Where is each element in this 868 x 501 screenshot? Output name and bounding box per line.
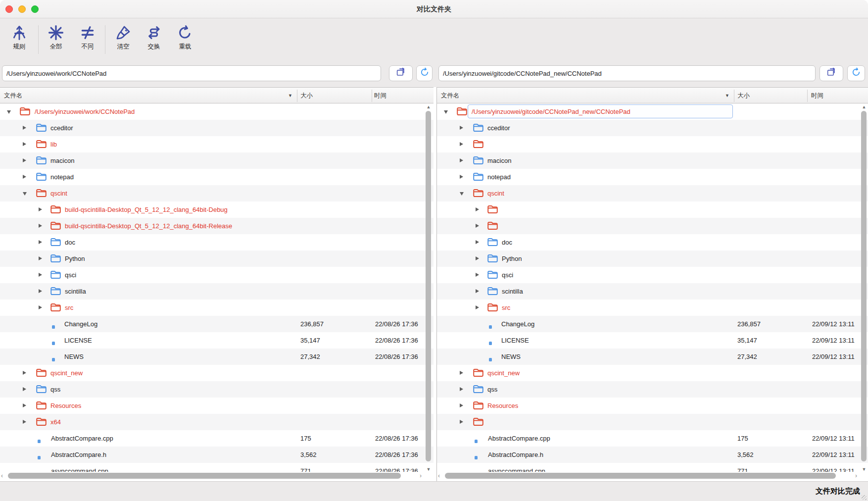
right-vertical-scrollbar[interactable]: ▲ ▼	[861, 104, 868, 472]
collapse-arrow-icon[interactable]	[7, 110, 11, 114]
tree-row[interactable]: Resources	[437, 398, 868, 414]
tree-row[interactable]	[437, 136, 868, 152]
tree-row[interactable]: qscint_new	[0, 365, 434, 381]
tree-row[interactable]: /Users/yinzuowei/gitcode/CCNotePad_new/C…	[437, 103, 868, 120]
expand-arrow-icon[interactable]	[460, 403, 463, 407]
scrollbar-thumb[interactable]	[861, 111, 867, 461]
expand-arrow-icon[interactable]	[476, 207, 479, 211]
tree-row[interactable]: LICENSE35,14722/09/12 13:11	[437, 332, 868, 349]
tree-row[interactable]: qscint	[437, 185, 868, 201]
tree-row[interactable]: qsci	[0, 267, 434, 283]
toolbar-reload-button[interactable]: 重载	[170, 23, 200, 59]
tree-row[interactable]: cceditor	[437, 120, 868, 136]
tree-row[interactable]: qsci	[437, 267, 868, 283]
expand-arrow-icon[interactable]	[476, 305, 479, 309]
tree-row[interactable]: build-qscintilla-Desktop_Qt_5_12_12_clan…	[0, 218, 434, 234]
expand-arrow-icon[interactable]	[460, 387, 463, 391]
expand-arrow-icon[interactable]	[39, 305, 42, 309]
toolbar-rules-button[interactable]: 规则	[4, 23, 35, 59]
tree-row[interactable]: notepad	[0, 169, 434, 185]
expand-arrow-icon[interactable]	[23, 403, 26, 407]
tree-row[interactable]: ChangeLog236,85722/08/26 17:36	[0, 316, 434, 332]
tree-row[interactable]: Python	[0, 250, 434, 267]
scroll-down-icon[interactable]: ▼	[426, 467, 432, 472]
scroll-left-icon[interactable]: ‹	[1, 472, 3, 480]
left-open-folder-button[interactable]	[389, 65, 413, 81]
expand-arrow-icon[interactable]	[39, 240, 42, 244]
expand-arrow-icon[interactable]	[39, 256, 42, 260]
tree-row[interactable]: doc	[437, 234, 868, 250]
column-header-name[interactable]: 文件名	[441, 88, 460, 103]
tree-row[interactable]: Python	[437, 250, 868, 267]
expand-arrow-icon[interactable]	[460, 126, 463, 130]
expand-arrow-icon[interactable]	[476, 273, 479, 277]
scroll-up-icon[interactable]: ▲	[426, 104, 432, 109]
left-path-input[interactable]	[2, 65, 381, 81]
tree-row[interactable]: scintilla	[437, 283, 868, 300]
scrollbar-thumb[interactable]	[8, 473, 401, 479]
resize-grip[interactable]	[862, 495, 867, 500]
right-refresh-button[interactable]	[847, 65, 865, 81]
expand-arrow-icon[interactable]	[460, 142, 463, 146]
column-divider[interactable]	[734, 90, 734, 102]
right-horizontal-scrollbar[interactable]: ‹ ›	[437, 472, 868, 480]
scroll-right-icon[interactable]: ›	[855, 472, 857, 480]
column-header-time[interactable]: 时间	[811, 88, 823, 103]
expand-arrow-icon[interactable]	[23, 387, 26, 391]
expand-arrow-icon[interactable]	[39, 273, 42, 277]
scroll-right-icon[interactable]: ›	[420, 472, 422, 480]
tree-row[interactable]: AbstractCompare.h3,56222/09/12 13:11	[437, 447, 868, 463]
tree-row[interactable]	[437, 414, 868, 430]
tree-row[interactable]: qscint_new	[437, 365, 868, 381]
expand-arrow-icon[interactable]	[460, 371, 463, 375]
expand-arrow-icon[interactable]	[476, 240, 479, 244]
tree-row[interactable]: src	[437, 300, 868, 316]
tree-row[interactable]: cceditor	[0, 120, 434, 136]
expand-arrow-icon[interactable]	[23, 420, 26, 424]
right-open-folder-button[interactable]	[820, 65, 843, 81]
toolbar-all-button[interactable]: 全部	[41, 23, 71, 59]
column-divider[interactable]	[372, 90, 372, 102]
tree-row[interactable]: scintilla	[0, 283, 434, 300]
column-header-size[interactable]: 大小	[737, 88, 750, 103]
tree-row[interactable]: qss	[437, 381, 868, 398]
expand-arrow-icon[interactable]	[460, 175, 463, 179]
tree-row[interactable]: notepad	[437, 169, 868, 185]
tree-row[interactable]: /Users/yinzuowei/work/CCNotePad	[0, 103, 434, 120]
tree-row[interactable]: LICENSE35,14722/08/26 17:36	[0, 332, 434, 349]
expand-arrow-icon[interactable]	[23, 371, 26, 375]
column-divider[interactable]	[807, 90, 808, 102]
column-header-size[interactable]: 大小	[300, 88, 313, 103]
tree-row[interactable]: build-qscintilla-Desktop_Qt_5_12_12_clan…	[0, 201, 434, 218]
expand-arrow-icon[interactable]	[476, 224, 479, 228]
tree-row[interactable]: macicon	[0, 152, 434, 169]
expand-arrow-icon[interactable]	[23, 175, 26, 179]
tree-row[interactable]: lib	[0, 136, 434, 152]
collapse-arrow-icon[interactable]	[444, 110, 448, 114]
tree-row[interactable]: doc	[0, 234, 434, 250]
expand-arrow-icon[interactable]	[39, 289, 42, 293]
left-horizontal-scrollbar[interactable]: ‹ ›	[0, 472, 434, 480]
column-header-name[interactable]: 文件名	[4, 88, 23, 103]
scrollbar-thumb[interactable]	[445, 473, 836, 479]
scroll-up-icon[interactable]: ▲	[861, 104, 867, 109]
collapse-arrow-icon[interactable]	[460, 192, 464, 196]
left-vertical-scrollbar[interactable]: ▲ ▼	[425, 104, 432, 472]
tree-row[interactable]	[437, 218, 868, 234]
tree-row[interactable]: Resources	[0, 398, 434, 414]
expand-arrow-icon[interactable]	[460, 420, 463, 424]
column-header-time[interactable]: 时间	[374, 88, 386, 103]
expand-arrow-icon[interactable]	[39, 224, 42, 228]
tree-row[interactable]: AbstractCompare.cpp17522/09/12 13:11	[437, 430, 868, 447]
toolbar-diff-button[interactable]: 不同	[72, 23, 103, 59]
expand-arrow-icon[interactable]	[39, 207, 42, 211]
expand-arrow-icon[interactable]	[23, 126, 26, 130]
scrollbar-thumb[interactable]	[426, 111, 431, 461]
tree-row[interactable]: NEWS27,34222/09/12 13:11	[437, 349, 868, 365]
toolbar-clear-button[interactable]: 清空	[108, 23, 139, 59]
right-path-input[interactable]	[438, 65, 816, 81]
expand-arrow-icon[interactable]	[23, 158, 26, 162]
scroll-down-icon[interactable]: ▼	[861, 467, 867, 472]
tree-row[interactable]	[437, 201, 868, 218]
tree-row[interactable]: AbstractCompare.h3,56222/08/26 17:36	[0, 447, 434, 463]
